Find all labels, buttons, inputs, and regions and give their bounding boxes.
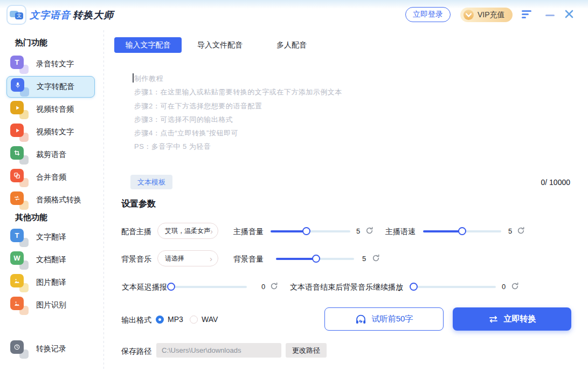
sidebar-item-text-to-speech[interactable]: 文字转配音 bbox=[6, 76, 95, 98]
text-template-button[interactable]: 文本模板 bbox=[130, 175, 172, 189]
bgm-volume-slider[interactable] bbox=[276, 255, 354, 263]
convert-button-label: 立即转换 bbox=[504, 314, 536, 324]
sidebar-item-image-recognition[interactable]: 图片识别 bbox=[6, 294, 95, 316]
host-speed-value: 5 bbox=[508, 227, 512, 235]
vip-recharge-button[interactable]: VIP充值 bbox=[460, 8, 513, 22]
reset-bgm-volume-button[interactable] bbox=[372, 254, 381, 263]
preview-button-label: 试听前50字 bbox=[372, 314, 413, 324]
save-path-field[interactable]: C:\Users\User\downloads bbox=[156, 343, 281, 358]
voice-anchor-select[interactable]: 艾琪，温柔女声 › bbox=[157, 223, 218, 239]
radio-mp3[interactable]: MP3 bbox=[156, 315, 183, 324]
slider-thumb[interactable] bbox=[410, 283, 418, 291]
convert-button[interactable]: 立即转换 bbox=[453, 307, 571, 331]
text-delay-label: 文本延迟播报 bbox=[122, 283, 167, 292]
reset-text-delay-button[interactable] bbox=[270, 282, 279, 291]
params-section-title: 设置参数 bbox=[121, 198, 156, 210]
placeholder-line: 制作教程 bbox=[134, 74, 163, 84]
bgm-continue-slider[interactable] bbox=[414, 283, 496, 291]
text-caret bbox=[133, 73, 134, 83]
app-title-part1: 文字语音 bbox=[30, 10, 71, 20]
sidebar-item-label: 裁剪语音 bbox=[36, 150, 66, 160]
bgm-continue-label: 文本语音结束后背景音乐继续播放 bbox=[290, 283, 403, 292]
slider-thumb[interactable] bbox=[167, 283, 175, 291]
slider-thumb[interactable] bbox=[312, 255, 320, 263]
radio-mp3-label: MP3 bbox=[168, 315, 183, 324]
sidebar-item-label: 图片翻译 bbox=[36, 278, 66, 287]
text-delay-slider[interactable] bbox=[171, 283, 247, 291]
sidebar-item-merge-audio[interactable]: 合并音频 bbox=[6, 167, 95, 188]
swap-arrows-icon bbox=[488, 316, 499, 323]
char-counter: 0/ 10000 bbox=[501, 178, 570, 187]
sidebar-item-text-translate[interactable]: T 文字翻译 bbox=[6, 227, 95, 248]
output-format-label: 输出格式 bbox=[121, 316, 151, 325]
bgm-label: 背景音乐 bbox=[121, 255, 151, 264]
app-logo-icon: 文 bbox=[6, 5, 26, 25]
crown-icon bbox=[464, 10, 474, 20]
sidebar-section-other-features: 其他功能 bbox=[15, 213, 47, 223]
sidebar-item-label: 文档翻译 bbox=[36, 255, 66, 265]
login-button[interactable]: 立即登录 bbox=[405, 7, 451, 22]
host-speed-slider[interactable] bbox=[423, 227, 501, 235]
microphone-icon bbox=[11, 77, 29, 97]
preview-button[interactable]: 试听前50字 bbox=[324, 307, 444, 331]
text-input-area[interactable]: 制作教程 步骤1：在这里输入或粘贴需要转换的文字或在下方添加示例文本 步骤2：可… bbox=[114, 58, 582, 169]
letter-w-icon: W bbox=[10, 250, 29, 270]
placeholder-line: 步骤1：在这里输入或粘贴需要转换的文字或在下方添加示例文本 bbox=[134, 87, 342, 97]
radio-wav[interactable]: WAV bbox=[190, 315, 218, 324]
sidebar-divider bbox=[103, 30, 104, 370]
reset-host-speed-button[interactable] bbox=[517, 227, 525, 235]
sidebar-item-video-to-text[interactable]: 视频转文字 bbox=[6, 121, 95, 143]
app-title: 文字语音转换大师 bbox=[30, 9, 114, 22]
headphone-icon bbox=[355, 314, 366, 325]
sidebar-item-label: 音频格式转换 bbox=[36, 195, 81, 205]
app-title-part2: 转换大师 bbox=[73, 10, 114, 20]
app-window: 文 文字语音转换大师 立即登录 VIP充值 热门功能 T 录音转文字 文字转配音 bbox=[0, 0, 588, 370]
close-icon[interactable] bbox=[564, 9, 575, 19]
sidebar-item-trim-audio[interactable]: 裁剪语音 bbox=[6, 144, 95, 166]
bgm-volume-label: 背景音量 bbox=[233, 255, 264, 264]
slider-thumb[interactable] bbox=[458, 227, 466, 235]
sidebar-item-label: 视频转音频 bbox=[36, 105, 74, 114]
host-volume-slider[interactable] bbox=[271, 227, 350, 235]
sidebar-item-conversion-history[interactable]: 转换记录 bbox=[6, 338, 95, 360]
sidebar-item-audio-format-convert[interactable]: 音频格式转换 bbox=[6, 189, 95, 211]
image-icon bbox=[10, 296, 29, 315]
image-icon bbox=[10, 273, 29, 292]
tab-import-file-dubbing[interactable]: 导入文件配音 bbox=[187, 37, 253, 53]
sidebar-item-video-to-audio[interactable]: 视频转音频 bbox=[6, 99, 95, 120]
host-volume-value: 5 bbox=[356, 227, 360, 235]
change-path-button[interactable]: 更改路径 bbox=[286, 343, 327, 358]
sidebar-item-label: 文字转配音 bbox=[37, 82, 74, 92]
bgm-volume-value: 5 bbox=[362, 255, 366, 263]
slider-thumb[interactable] bbox=[302, 227, 310, 235]
bgm-placeholder: 请选择 bbox=[165, 254, 184, 263]
chevron-right-icon: › bbox=[210, 227, 213, 235]
placeholder-line: 步骤4：点击“立即转换”按钮即可 bbox=[134, 128, 238, 138]
minimize-icon[interactable] bbox=[545, 15, 555, 16]
voice-anchor-label: 配音主播 bbox=[121, 227, 151, 237]
sidebar-item-recording-to-text[interactable]: T 录音转文字 bbox=[6, 53, 95, 75]
tab-input-text-dubbing[interactable]: 输入文字配音 bbox=[114, 37, 182, 53]
sidebar-item-image-translate[interactable]: 图片翻译 bbox=[6, 272, 95, 293]
sidebar-item-label: 文字翻译 bbox=[36, 232, 66, 242]
voice-anchor-value: 艾琪，温柔女声 bbox=[165, 227, 210, 236]
radio-wav-label: WAV bbox=[202, 315, 218, 324]
history-clock-icon bbox=[10, 339, 29, 359]
letter-t-icon: T bbox=[10, 228, 29, 247]
sidebar-item-label: 录音转文字 bbox=[36, 59, 74, 69]
tab-multi-voice-dubbing[interactable]: 多人配音 bbox=[259, 37, 324, 53]
placeholder-line: 步骤2：可在下方选择您想要的语音配置 bbox=[134, 101, 262, 111]
bgm-select[interactable]: 请选择 › bbox=[157, 250, 218, 266]
reset-bgm-continue-button[interactable] bbox=[511, 282, 520, 291]
reset-host-volume-button[interactable] bbox=[365, 227, 374, 235]
sidebar-item-document-translate[interactable]: W 文档翻译 bbox=[6, 249, 95, 271]
crop-icon bbox=[10, 145, 29, 165]
host-speed-label: 主播语速 bbox=[385, 227, 416, 237]
merge-copy-icon bbox=[10, 168, 29, 187]
video-play-icon bbox=[10, 122, 29, 142]
sidebar-item-label: 转换记录 bbox=[36, 344, 66, 354]
text-delay-value: 0 bbox=[261, 283, 265, 291]
menu-icon[interactable] bbox=[522, 10, 531, 18]
sidebar-item-label: 合并音频 bbox=[36, 173, 66, 182]
sidebar-section-hot-features: 热门功能 bbox=[15, 38, 47, 48]
